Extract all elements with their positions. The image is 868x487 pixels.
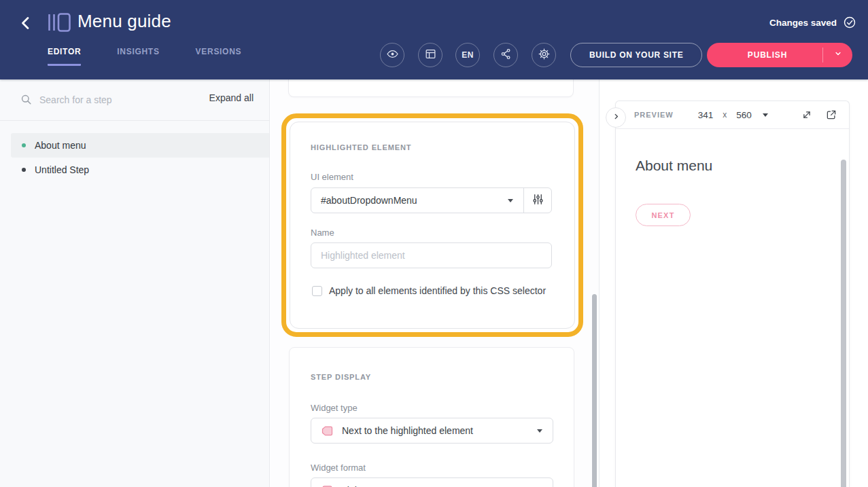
step-item-untitled-step[interactable]: Untitled Step (11, 158, 269, 182)
chevron-down-icon (833, 49, 843, 61)
preview-step-title: About menu (636, 158, 712, 174)
language-button[interactable]: EN (455, 43, 480, 67)
preview-title: PREVIEW (634, 111, 674, 119)
tab-insights[interactable]: INSIGHTS (117, 47, 159, 66)
editor-scrollbar-thumb[interactable] (592, 294, 597, 487)
widget-type-label: Widget type (311, 403, 358, 413)
step-status-dot (22, 168, 26, 172)
expand-all-link[interactable]: Expand all (209, 92, 254, 103)
steps-sidebar: Expand all About menu Untitled Step (0, 79, 270, 487)
collapse-preview-button[interactable] (606, 107, 626, 128)
publish-label: PUBLISH (707, 50, 822, 60)
tab-versions[interactable]: VERSIONS (196, 47, 242, 66)
apply-all-checkbox[interactable] (312, 286, 322, 296)
chevron-down-icon (537, 429, 542, 433)
selector-settings-button[interactable] (523, 188, 551, 213)
page-title: Menu guide (77, 11, 171, 32)
back-button[interactable] (18, 15, 34, 31)
guide-logo-icon (48, 13, 71, 32)
ui-element-select[interactable]: #aboutDropdownMenu (311, 188, 523, 213)
highlighted-element-ring: HIGHLIGHTED ELEMENT UI element #aboutDro… (281, 113, 583, 337)
previous-settings-card (288, 79, 574, 97)
chevron-down-icon (508, 199, 513, 202)
build-on-your-site-button[interactable]: BUILD ON YOUR SITE (570, 43, 702, 67)
check-circle-icon (843, 16, 856, 29)
widget-format-select[interactable]: Light (311, 477, 553, 487)
tab-editor[interactable]: EDITOR (48, 47, 81, 66)
preview-height-value: 560 (736, 110, 752, 120)
format-widget-icon (320, 484, 334, 487)
step-status-dot (22, 143, 26, 147)
eye-icon (386, 48, 399, 63)
app-window: Menu guide Changes saved EDITOR INSIGHTS… (0, 0, 868, 487)
highlighted-element-card: HIGHLIGHTED ELEMENT UI element #aboutDro… (290, 122, 575, 329)
layout-button[interactable] (418, 43, 442, 67)
widget-type-value: Next to the highlighted element (342, 425, 473, 436)
publish-button[interactable]: PUBLISH (707, 43, 852, 67)
chevron-down-icon (763, 113, 768, 117)
preview-size-separator: x (723, 110, 727, 120)
step-label: About menu (35, 140, 86, 151)
step-item-about-menu[interactable]: About menu (11, 133, 269, 158)
step-list: About menu Untitled Step (0, 133, 269, 182)
ui-element-label: UI element (311, 172, 353, 182)
publish-dropdown-toggle[interactable] (823, 49, 852, 61)
tune-sliders-icon (532, 193, 544, 209)
preview-scrollbar-thumb[interactable] (841, 160, 846, 487)
name-label: Name (311, 228, 334, 238)
app-header: Menu guide Changes saved EDITOR INSIGHTS… (0, 0, 868, 79)
share-icon (500, 48, 513, 63)
tooltip-widget-icon (320, 424, 334, 438)
section-title: HIGHLIGHTED ELEMENT (311, 143, 412, 151)
apply-all-row: Apply to all elements identified by this… (312, 285, 546, 296)
language-label: EN (462, 50, 474, 60)
ui-element-value: #aboutDropdownMenu (321, 195, 417, 206)
share-button[interactable] (493, 43, 518, 67)
section-title: STEP DISPLAY (311, 373, 371, 381)
step-display-card: STEP DISPLAY Widget type Next to the hig… (289, 347, 574, 487)
step-search-input[interactable] (39, 90, 169, 110)
gear-icon (538, 48, 551, 63)
preview-panel: PREVIEW 341 x 560 (615, 101, 850, 487)
back-icon (18, 22, 34, 33)
save-status-label: Changes saved (769, 18, 837, 28)
search-icon (20, 93, 33, 106)
preview-next-button[interactable]: NEXT (636, 204, 691, 226)
sidebar-divider (0, 120, 269, 121)
save-status: Changes saved (769, 16, 856, 29)
browser-layout-icon (424, 48, 437, 63)
preview-header: PREVIEW 341 x 560 (616, 101, 849, 129)
step-label: Untitled Step (35, 164, 89, 175)
settings-button[interactable] (532, 43, 556, 67)
chevron-right-icon (611, 111, 621, 124)
ui-element-control-group: #aboutDropdownMenu (311, 187, 552, 213)
preview-body: About menu NEXT (616, 129, 849, 487)
fullscreen-button[interactable] (801, 109, 813, 121)
step-settings-panel: HIGHLIGHTED ELEMENT UI element #aboutDro… (271, 79, 600, 487)
widget-format-label: Widget format (311, 463, 366, 473)
editor-tabs: EDITOR INSIGHTS VERSIONS (48, 47, 241, 66)
preview-width-value: 341 (698, 110, 714, 120)
name-input[interactable] (311, 242, 552, 268)
preview-eye-button[interactable] (380, 43, 404, 67)
open-external-button[interactable] (825, 109, 837, 121)
preview-size-select[interactable]: 341 x 560 (698, 110, 768, 120)
widget-type-select[interactable]: Next to the highlighted element (311, 418, 553, 444)
step-search-row: Expand all (0, 79, 269, 120)
apply-all-label: Apply to all elements identified by this… (329, 285, 546, 296)
